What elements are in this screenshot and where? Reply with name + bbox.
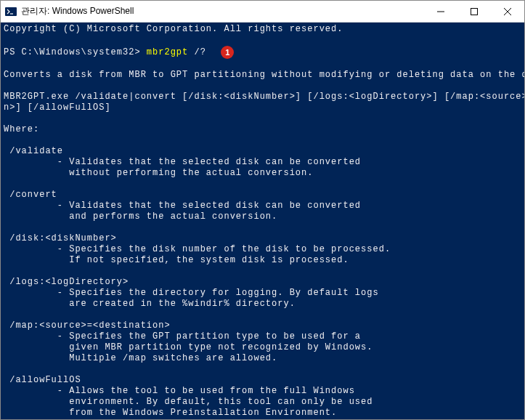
- opt-allowfullos-desc-2: environment. By default, this tool can o…: [4, 397, 373, 407]
- where-header: Where:: [4, 124, 39, 134]
- svg-rect-0: [5, 7, 17, 16]
- opt-allowfullos-desc-3: from the Windows Preinstallation Environ…: [4, 408, 337, 418]
- command-args: /?: [188, 47, 206, 57]
- opt-map-header: /map:<source>=<destination>: [4, 320, 171, 331]
- prompt-1: PS C:\Windows\system32>: [4, 47, 141, 57]
- opt-disk-desc-1: - Specifies the disk number of the disk …: [4, 244, 391, 254]
- opt-logs-desc-1: - Specifies the directory for logging. B…: [4, 288, 379, 298]
- window-title: 관리자: Windows PowerShell: [21, 5, 424, 17]
- opt-map-desc-2: given MBR partition type not recognized …: [4, 342, 373, 352]
- opt-allowfullos-desc-1: - Allows the tool to be used from the fu…: [4, 386, 355, 396]
- usage-line-1: MBR2GPT.exe /validate|convert [/disk:<di…: [4, 92, 524, 102]
- close-button[interactable]: [491, 1, 524, 22]
- svg-rect-3: [471, 8, 478, 15]
- minimize-button[interactable]: [424, 1, 457, 22]
- opt-map-desc-3: Multiple /map switches are allowed.: [4, 353, 277, 363]
- description: Converts a disk from MBR to GPT partitio…: [4, 70, 524, 80]
- annotation-badge-1: 1: [221, 46, 234, 59]
- usage-line-2: n>] [/allowFullOS]: [4, 102, 111, 113]
- maximize-button[interactable]: [457, 1, 491, 22]
- copyright-line: Copyright (C) Microsoft Corporation. All…: [4, 24, 343, 34]
- opt-map-desc-1: - Specifies the GPT partition type to be…: [4, 331, 361, 342]
- titlebar[interactable]: 관리자: Windows PowerShell: [1, 1, 524, 23]
- opt-validate-header: /validate: [4, 146, 63, 156]
- opt-validate-desc-1: - Validates that the selected disk can b…: [4, 157, 361, 167]
- command-name: mbr2gpt: [147, 47, 188, 57]
- opt-logs-desc-2: are created in the %windir% directory.: [4, 299, 296, 309]
- opt-convert-header: /convert: [4, 190, 57, 200]
- opt-logs-header: /logs:<logDirectory>: [4, 277, 129, 287]
- window-controls: [424, 1, 524, 22]
- opt-convert-desc-2: and performs the actual conversion.: [4, 211, 277, 222]
- powershell-icon: [5, 6, 17, 17]
- powershell-window: 관리자: Windows PowerShell Copyright (C) Mi…: [0, 0, 525, 420]
- opt-disk-desc-2: If not specified, the system disk is pro…: [4, 255, 349, 265]
- terminal-content[interactable]: Copyright (C) Microsoft Corporation. All…: [1, 23, 524, 419]
- opt-allowfullos-header: /allowFullOS: [4, 375, 81, 385]
- opt-convert-desc-1: - Validates that the selected disk can b…: [4, 201, 361, 211]
- opt-validate-desc-2: without performing the actual conversion…: [4, 168, 313, 178]
- opt-disk-header: /disk:<diskNumber>: [4, 233, 117, 243]
